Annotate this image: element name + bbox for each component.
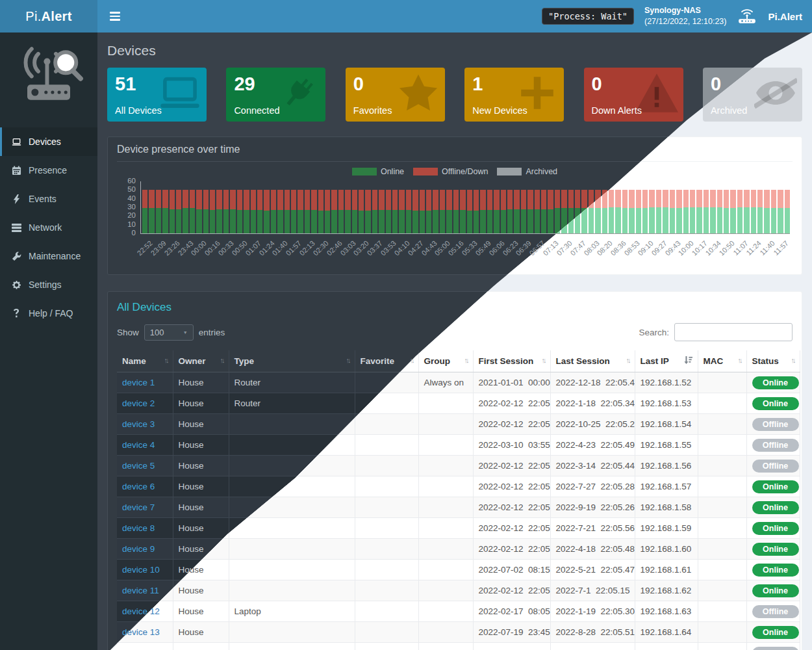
column-header-last-session[interactable]: ↑↓Last Session (550, 350, 635, 372)
stacked-bar (170, 181, 175, 233)
device-link[interactable]: device 9 (122, 544, 155, 554)
device-link[interactable]: device 11 (122, 586, 159, 595)
sidebar: DevicesPresenceEventsNetworkMaintenanceS… (0, 32, 97, 650)
cell: 2022-02-12 22:05 (473, 643, 550, 650)
sidebar-item-presence[interactable]: Presence (0, 156, 97, 185)
cell (698, 414, 746, 435)
cell: 192.168.1.59 (635, 518, 698, 539)
stacked-bar (216, 181, 222, 233)
app-logo[interactable]: Pi.Alert (0, 0, 97, 32)
cell (418, 518, 473, 539)
brand-bold: Alert (42, 9, 72, 24)
device-link[interactable]: device 7 (122, 502, 155, 512)
table-row: device 12HouseLaptop2022-02-17 08:052022… (117, 601, 800, 622)
cell: 2022-8-28 22:05.51 (550, 622, 635, 643)
x-tick-label: 00:33 (217, 239, 235, 257)
cell-status: Online (746, 580, 800, 601)
status-badge: Offline (752, 647, 799, 650)
sidebar-item-maintenance[interactable]: Maintenance (0, 242, 97, 270)
table-row: device 13House2022-07-19 23:452022-8-28 … (117, 622, 800, 643)
stacked-bar (656, 181, 661, 233)
stacked-bar (237, 181, 242, 233)
stacked-bar (548, 181, 553, 233)
column-header-owner[interactable]: ↑↓Owner (173, 350, 229, 372)
stacked-bar (210, 181, 215, 233)
cell-name: device 2 (117, 393, 173, 414)
sidebar-item-events[interactable]: Events (0, 185, 97, 213)
card-all-devices[interactable]: 51All Devices (107, 68, 207, 122)
device-link[interactable]: device 4 (122, 440, 155, 450)
brand-prefix: Pi. (25, 9, 41, 24)
device-link[interactable]: device 5 (122, 461, 155, 471)
stacked-bar (190, 181, 195, 233)
stacked-bar (345, 181, 350, 233)
stacked-bar (751, 181, 756, 233)
cell-name: device 3 (117, 414, 173, 435)
pialert-logo-icon (0, 32, 97, 127)
cell: 192.168.1.53 (635, 393, 698, 414)
legend-item-online[interactable]: Online (352, 167, 404, 176)
cell (355, 414, 418, 435)
stacked-bar (176, 181, 181, 233)
sidebar-item-help-faq[interactable]: Help / FAQ (0, 299, 97, 328)
cell: 2021-01-01 00:00 (473, 372, 550, 393)
cell-name: device 1 (117, 372, 173, 393)
column-header-name[interactable]: ↑↓Name (117, 350, 173, 372)
card-connected[interactable]: 29Connected (226, 68, 325, 122)
cell (418, 435, 473, 456)
column-header-group[interactable]: ↑↓Group (418, 350, 473, 372)
sidebar-item-settings[interactable]: Settings (0, 270, 97, 299)
stacked-bar (717, 181, 722, 233)
column-header-first-session[interactable]: ↑↓First Session (473, 350, 550, 372)
stacked-bar (561, 181, 566, 233)
sidebar-item-devices[interactable]: Devices (0, 127, 97, 156)
stacked-bar (277, 181, 283, 233)
sort-icon: ↑↓ (464, 356, 468, 364)
device-link[interactable]: device 2 (122, 398, 155, 408)
x-tick-label: 00:50 (231, 239, 249, 257)
stacked-bar (771, 181, 776, 233)
card-label: All Devices (115, 105, 162, 116)
column-label: Owner (179, 356, 206, 366)
cell: 192.168.1.52 (635, 372, 698, 393)
stacked-bar (467, 181, 472, 233)
device-link[interactable]: device 8 (122, 523, 155, 533)
stacked-bar (338, 181, 344, 233)
stacked-bar (298, 181, 303, 233)
stacked-bar (399, 181, 404, 233)
card-new-devices[interactable]: 1New Devices (464, 68, 564, 122)
x-tick-label: 05:33 (461, 239, 479, 257)
stacked-bar (433, 181, 438, 233)
stacked-bar (291, 181, 296, 233)
x-tick-label: 00:16 (203, 239, 222, 257)
column-header-last-ip[interactable]: Last IP (635, 350, 698, 372)
cell (698, 539, 746, 560)
device-link[interactable]: device 6 (122, 482, 155, 491)
stacked-bar (535, 181, 540, 233)
device-link[interactable]: device 3 (122, 419, 155, 429)
host-info: Synology-NAS (27/12/2022, 12:10:23) (644, 5, 727, 27)
column-label: Name (122, 356, 146, 366)
device-link[interactable]: device 10 (122, 565, 160, 575)
card-down-alerts[interactable]: 0Down Alerts (584, 68, 683, 122)
search-input[interactable] (674, 323, 793, 341)
cell-name: device 14 (117, 643, 173, 650)
card-favorites[interactable]: 0Favorites (346, 68, 445, 122)
legend-item-offline-down[interactable]: Offline/Down (413, 167, 488, 176)
sidebar-item-network[interactable]: Network (0, 213, 97, 242)
stacked-bar (622, 181, 628, 233)
page-title: Devices (107, 43, 802, 58)
cell: 2022-02-12 22:05 (473, 476, 550, 497)
column-header-status[interactable]: ↑↓Status (746, 350, 800, 372)
status-badge: Offline (752, 418, 799, 431)
status-badge: Online (752, 522, 799, 535)
legend-item-archived[interactable]: Archived (497, 167, 557, 176)
cell (418, 601, 473, 622)
page-length-select[interactable]: 100 ▼ (144, 324, 194, 341)
cell (698, 622, 746, 643)
sidebar-toggle-icon[interactable] (107, 8, 123, 25)
column-header-type[interactable]: ↑↓Type (229, 350, 355, 372)
column-header-mac[interactable]: ↑↓MAC (698, 350, 746, 372)
device-link[interactable]: device 1 (122, 378, 155, 387)
legend-label: Online (381, 167, 404, 176)
